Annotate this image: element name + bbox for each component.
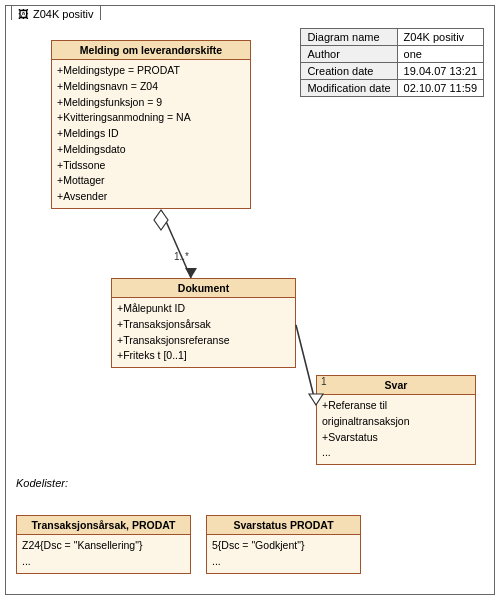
attr-melding-7: +Mottager: [57, 173, 245, 189]
tab-text: Z04K positiv: [33, 8, 94, 20]
class-dokument-title: Dokument: [112, 279, 295, 298]
code-box1-line1: ...: [22, 554, 185, 570]
class-dokument[interactable]: Dokument +Målepunkt ID +Transaksjonsårsa…: [111, 278, 296, 368]
attr-melding-0: +Meldingstype = PRODAT: [57, 63, 245, 79]
modification-date-value: 02.10.07 11:59: [397, 80, 483, 97]
attr-melding-3: +Kvitteringsanmodning = NA: [57, 110, 245, 126]
svg-line-4: [296, 325, 316, 405]
code-box2-title: Svarstatus PRODAT: [207, 516, 360, 535]
attr-melding-2: +Meldingsfunksjon = 9: [57, 95, 245, 111]
tab-icon: 🖼: [18, 8, 29, 20]
class-dokument-body: +Målepunkt ID +Transaksjonsårsak +Transa…: [112, 298, 295, 367]
author-label: Author: [301, 46, 397, 63]
modification-date-label: Modification date: [301, 80, 397, 97]
class-svar[interactable]: Svar +Referanse til originaltransaksjon …: [316, 375, 476, 465]
creation-date-value: 19.04.07 13:21: [397, 63, 483, 80]
outer-frame: 🖼 Z04K positiv Diagram name Z04K positiv…: [5, 5, 495, 595]
attr-dokument-3: +Friteks t [0..1]: [117, 348, 290, 364]
attr-melding-8: +Avsender: [57, 189, 245, 205]
svg-line-0: [161, 210, 191, 278]
attr-dokument-0: +Målepunkt ID: [117, 301, 290, 317]
code-lists-label: Kodelister:: [16, 477, 68, 489]
class-melding[interactable]: Melding om leverandørskifte +Meldingstyp…: [51, 40, 251, 209]
attr-melding-1: +Meldingsnavn = Z04: [57, 79, 245, 95]
code-box1-line0: Z24{Dsc = "Kansellering"}: [22, 538, 185, 554]
code-box1-body: Z24{Dsc = "Kansellering"} ...: [17, 535, 190, 573]
attr-dokument-2: +Transaksjonsreferanse: [117, 333, 290, 349]
attr-svar-0: +Referanse til originaltransaksjon: [322, 398, 470, 430]
class-melding-title: Melding om leverandørskifte: [52, 41, 250, 60]
diagram-name-value: Z04K positiv: [397, 29, 483, 46]
code-box1-title: Transaksjonsårsak, PRODAT: [17, 516, 190, 535]
class-melding-body: +Meldingstype = PRODAT +Meldingsnavn = Z…: [52, 60, 250, 208]
code-box2-line1: ...: [212, 554, 355, 570]
attr-svar-1: +Svarstatus: [322, 430, 470, 446]
svg-text:1..*: 1..*: [174, 251, 189, 262]
creation-date-label: Creation date: [301, 63, 397, 80]
info-table: Diagram name Z04K positiv Author one Cre…: [300, 28, 484, 97]
class-svar-body: +Referanse til originaltransaksjon +Svar…: [317, 395, 475, 464]
author-value: one: [397, 46, 483, 63]
code-box-transaksjonsarsak[interactable]: Transaksjonsårsak, PRODAT Z24{Dsc = "Kan…: [16, 515, 191, 574]
code-box2-body: 5{Dsc = "Godkjent"} ...: [207, 535, 360, 573]
attr-melding-6: +Tidssone: [57, 158, 245, 174]
diagram-name-label: Diagram name: [301, 29, 397, 46]
attr-svar-2: ...: [322, 445, 470, 461]
svg-marker-2: [185, 268, 197, 278]
attr-melding-4: +Meldings ID: [57, 126, 245, 142]
code-box2-line0: 5{Dsc = "Godkjent"}: [212, 538, 355, 554]
class-svar-title: Svar: [317, 376, 475, 395]
svg-marker-1: [154, 210, 168, 230]
code-box-svarstatus[interactable]: Svarstatus PRODAT 5{Dsc = "Godkjent"} ..…: [206, 515, 361, 574]
diagram-area: Diagram name Z04K positiv Author one Cre…: [6, 20, 494, 594]
attr-dokument-1: +Transaksjonsårsak: [117, 317, 290, 333]
attr-melding-5: +Meldingsdato: [57, 142, 245, 158]
